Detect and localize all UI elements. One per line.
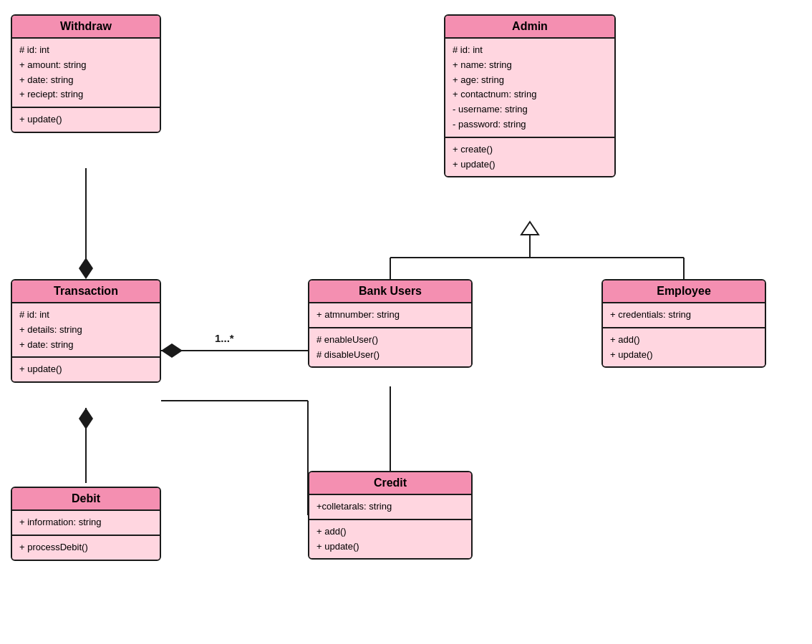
transaction-attr-1: # id: int [19,308,153,323]
bankusers-attributes: + atmnumber: string [309,303,471,328]
employee-header: Employee [603,280,765,303]
credit-header: Credit [309,472,471,495]
debit-attr-1: + information: string [19,515,153,530]
withdraw-attributes: # id: int + amount: string + date: strin… [12,39,160,108]
bankusers-methods: # enableUser() # disableUser() [309,328,471,367]
admin-attr-3: + age: string [453,73,607,88]
employee-method-1: + add() [610,333,758,348]
svg-marker-11 [521,222,538,235]
credit-methods: + add() + update() [309,520,471,559]
svg-marker-1 [79,258,93,279]
bankusers-header: Bank Users [309,280,471,303]
admin-attr-5: - username: string [453,102,607,117]
admin-attributes: # id: int + name: string + age: string +… [445,39,614,138]
withdraw-attr-2: + amount: string [19,58,153,73]
withdraw-methods: + update() [12,108,160,132]
withdraw-attr-3: + date: string [19,73,153,88]
admin-header: Admin [445,16,614,39]
transaction-class: Transaction # id: int + details: string … [11,279,161,383]
withdraw-method-1: + update() [19,112,153,127]
admin-method-2: + update() [453,157,607,172]
transaction-attr-3: + date: string [19,338,153,353]
debit-header: Debit [12,488,160,511]
credit-attributes: +colletarals: string [309,495,471,520]
bankusers-method-1: # enableUser() [316,333,464,348]
withdraw-class: Withdraw # id: int + amount: string + da… [11,14,161,133]
bankusers-method-2: # disableUser() [316,348,464,363]
svg-marker-5 [161,343,183,358]
employee-methods: + add() + update() [603,328,765,367]
transaction-methods: + update() [12,358,160,381]
bankusers-class: Bank Users + atmnumber: string # enableU… [308,279,473,368]
employee-attributes: + credentials: string [603,303,765,328]
admin-attr-2: + name: string [453,58,607,73]
admin-attr-4: + contactnum: string [453,87,607,102]
withdraw-header: Withdraw [12,16,160,39]
credit-method-2: + update() [316,540,464,555]
transaction-header: Transaction [12,280,160,303]
debit-methods: + processDebit() [12,536,160,560]
admin-attr-6: - password: string [453,117,607,132]
credit-method-1: + add() [316,525,464,540]
uml-diagram: 1...* Withdraw # id: int + amount: strin… [0,0,812,644]
withdraw-attr-4: + reciept: string [19,87,153,102]
admin-attr-1: # id: int [453,43,607,58]
employee-attr-1: + credentials: string [610,308,758,323]
bankusers-attr-1: + atmnumber: string [316,308,464,323]
transaction-attributes: # id: int + details: string + date: stri… [12,303,160,358]
svg-text:1...*: 1...* [215,332,234,344]
employee-class: Employee + credentials: string + add() +… [601,279,766,368]
transaction-attr-2: + details: string [19,323,153,338]
debit-class: Debit + information: string + processDeb… [11,487,161,561]
credit-class: Credit +colletarals: string + add() + up… [308,471,473,560]
admin-methods: + create() + update() [445,138,614,177]
admin-method-1: + create() [453,142,607,157]
debit-method-1: + processDebit() [19,540,153,555]
withdraw-attr-1: # id: int [19,43,153,58]
transaction-method-1: + update() [19,362,153,377]
employee-method-2: + update() [610,348,758,363]
admin-class: Admin # id: int + name: string + age: st… [444,14,616,177]
debit-attributes: + information: string [12,511,160,536]
svg-marker-3 [79,408,93,429]
credit-attr-1: +colletarals: string [316,499,464,514]
